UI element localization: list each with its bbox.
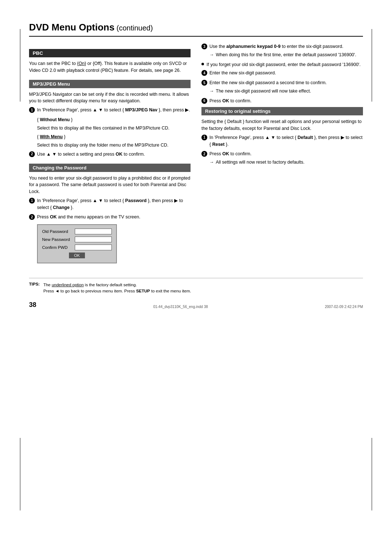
pwd-step4-content: Enter the new six-digit password. <box>209 70 363 77</box>
pwd-step3-arrow: → When doing this for the first time, en… <box>209 52 363 58</box>
new-password-row: New Password <box>42 237 112 242</box>
password-step4: 4 Enter the new six-digit password. <box>201 70 363 77</box>
decorative-line-right-bottom <box>372 438 372 510</box>
rst-step1-content: In 'Preference Page', press ▲ ▼ to selec… <box>209 134 363 148</box>
step1-content: In 'Preference Page', press ▲ ▼ to selec… <box>37 107 191 114</box>
old-password-row: Old Password <box>42 229 112 234</box>
arrow-icon-1: → <box>209 52 214 58</box>
page-title-continued: (continued) <box>114 24 153 32</box>
pbc-body: You can set the PBC to {On} or {Off}. Th… <box>29 60 191 74</box>
password-step5: 5 Enter the new six-digit password a sec… <box>201 79 363 95</box>
footer-date: 2007-02-09 2:42:24 PM <box>325 305 363 309</box>
forget-password-text: If you forget your old six-digit passwor… <box>207 61 360 68</box>
pwd-step2-circle: 2 <box>29 214 35 220</box>
password-dialog: Old Password New Password Confirm PWD OK <box>37 224 117 263</box>
pwd-step6-circle: 6 <box>201 98 207 104</box>
dialog-ok-row: OK <box>42 253 112 258</box>
tips-label: TIPS: <box>29 282 40 286</box>
tips-line2: Press ◄ to go back to previous menu item… <box>43 288 191 294</box>
page-footer: 38 01-44_dvp3110K_56_eng.indd 38 2007-02… <box>29 301 363 309</box>
pwd-step3-arrow-text: When doing this for the first time, ente… <box>216 52 356 58</box>
step1-circle: 1 <box>29 107 35 113</box>
restoring-step2: 2 Press OK to confirm. → All settings wi… <box>201 151 363 166</box>
rst-step1-circle: 1 <box>201 135 207 140</box>
password-header-text: Changing the Password <box>33 165 86 171</box>
dialog-ok-button[interactable]: OK <box>69 253 85 258</box>
password-intro: You need to enter your six-digit passwor… <box>29 175 191 195</box>
decorative-line-right-top <box>372 29 372 102</box>
password-section-header: Changing the Password <box>29 164 191 172</box>
column-right: 3 Use the alphanumeric keypad 0-9 to ent… <box>201 43 363 169</box>
bullet-dot-1 <box>201 63 204 65</box>
old-password-label: Old Password <box>42 229 75 234</box>
pwd-step6-content: Press OK to confirm. <box>209 98 363 104</box>
password-step6: 6 Press OK to confirm. <box>201 98 363 104</box>
password-step3: 3 Use the alphanumeric keypad 0-9 to ent… <box>201 43 363 58</box>
pwd-step5-circle: 5 <box>201 80 207 86</box>
restoring-section-header: Restoring to original settings <box>201 107 363 115</box>
pwd-step4-circle: 4 <box>201 70 207 76</box>
page-title-text: DVD Menu Options <box>29 22 114 33</box>
tips-line1: The underlined option is the factory def… <box>43 282 191 288</box>
confirm-pwd-row: Confirm PWD <box>42 245 112 250</box>
page-title: DVD Menu Options (continued) <box>29 22 363 37</box>
without-menu-body: Select this to display all the files con… <box>37 125 191 132</box>
tips-section: TIPS: The underlined option is the facto… <box>29 278 363 295</box>
rst-step2-arrow: → All settings will now reset to factory… <box>209 159 363 166</box>
arrow-icon-3: → <box>209 159 214 166</box>
with-menu-label: { With Menu } <box>37 134 191 140</box>
column-left: PBC You can set the PBC to {On} or {Off}… <box>29 43 191 267</box>
mp3jpeg-intro: MP3/JPEG Navigator can be set only if th… <box>29 91 191 105</box>
confirm-pwd-input <box>75 245 112 250</box>
arrow-icon-2: → <box>209 88 214 95</box>
step2-content: Use ▲ ▼ to select a setting and press OK… <box>37 151 191 158</box>
page-number: 38 <box>29 301 36 309</box>
pwd-step3-circle: 3 <box>201 44 207 49</box>
restoring-header-text: Restoring to original settings <box>205 108 271 114</box>
new-password-label: New Password <box>42 237 75 242</box>
restoring-step1: 1 In 'Preference Page', press ▲ ▼ to sel… <box>201 134 363 148</box>
footer-filename: 01-44_dvp3110K_56_eng.indd 38 <box>153 305 208 309</box>
rst-step2-circle: 2 <box>201 151 207 157</box>
pwd-step2-content: Press OK and the menu appears on the TV … <box>37 214 191 221</box>
pbc-section-header: PBC <box>29 49 191 57</box>
password-step2: 2 Press OK and the menu appears on the T… <box>29 214 191 221</box>
with-menu-body: Select this to display only the folder m… <box>37 142 191 149</box>
old-password-input <box>75 229 112 234</box>
mp3jpeg-header-text: MP3/JPEG Menu <box>33 81 70 87</box>
step2-circle: 2 <box>29 151 35 157</box>
password-step1: 1 In 'Preference Page', press ▲ ▼ to sel… <box>29 197 191 211</box>
rst-step2-content: Press OK to confirm. → All settings will… <box>209 151 363 166</box>
pwd-step5-arrow: → The new six-digit password will now ta… <box>209 88 363 95</box>
pwd-step1-content: In 'Preference Page', press ▲ ▼ to selec… <box>37 197 191 211</box>
pwd-step3-content: Use the alphanumeric keypad 0-9 to enter… <box>209 43 363 58</box>
pwd-step1-circle: 1 <box>29 198 35 204</box>
pwd-step5-content: Enter the new six-digit password a secon… <box>209 79 363 95</box>
main-content: PBC You can set the PBC to {On} or {Off}… <box>29 43 363 267</box>
decorative-line-left-bottom <box>20 438 20 510</box>
confirm-pwd-label: Confirm PWD <box>42 245 75 250</box>
restoring-intro: Setting the { Default } function will re… <box>201 118 363 132</box>
new-password-input <box>75 237 112 242</box>
pwd-step5-arrow-text: The new six-digit password will now take… <box>216 88 311 95</box>
mp3jpeg-step1: 1 In 'Preference Page', press ▲ ▼ to sel… <box>29 107 191 114</box>
decorative-line-left-top <box>20 29 20 102</box>
forget-password-item: If you forget your old six-digit passwor… <box>201 61 363 68</box>
tips-content: The underlined option is the factory def… <box>43 282 191 295</box>
mp3jpeg-section-header: MP3/JPEG Menu <box>29 80 191 88</box>
mp3jpeg-step2: 2 Use ▲ ▼ to select a setting and press … <box>29 151 191 158</box>
pbc-header-text: PBC <box>33 50 43 56</box>
without-menu-label: { Without Menu } <box>37 116 191 123</box>
rst-step2-arrow-text: All settings will now reset to factory d… <box>216 159 305 166</box>
